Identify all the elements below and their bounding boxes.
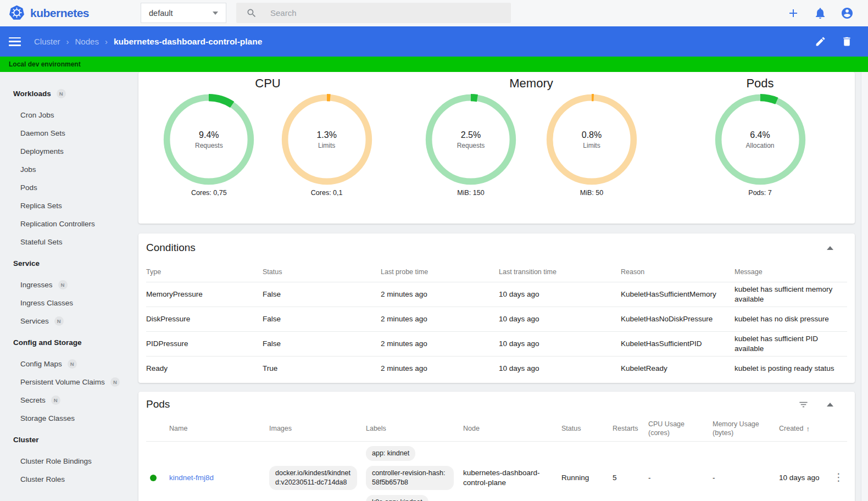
content-area: CPU 9.4% Requests Cores: 0,75 [136,72,868,501]
user-avatar-icon[interactable] [841,7,854,20]
kubernetes-helm-icon [9,5,25,21]
sidebar-section-cluster: Cluster [0,431,136,449]
table-row: DiskPressureFalse 2 minutes ago10 days a… [146,307,847,331]
sidebar-item-config-maps[interactable]: Config Maps N [0,355,136,373]
collapse-section-icon[interactable] [827,403,833,407]
pods-chart-group: Pods 6.4% Allocation Pods: 7 [665,76,855,224]
cpu-chart-group: CPU 9.4% Requests Cores: 0,75 [138,76,397,224]
pods-title: Pods [146,398,170,410]
chevron-right-icon: › [105,37,108,46]
sidebar-item-daemon-sets[interactable]: Daemon Sets [0,124,136,142]
label-chip: controller-revision-hash: 58f5b657b8 [366,466,454,490]
memory-chart-group: Memory 2.5% Requests MiB: 150 [397,76,665,224]
conditions-title: Conditions [146,242,196,254]
sidebar-item-replication-controllers[interactable]: Replication Controllers [0,215,136,233]
notifications-bell-icon[interactable] [814,7,827,20]
sidebar-nav: Workloads N Cron Jobs Daemon Sets Deploy… [0,72,136,501]
sidebar-item-jobs[interactable]: Jobs [0,160,136,179]
sidebar-item-secrets[interactable]: Secrets N [0,391,136,409]
search-bar [236,3,511,23]
pods-chart-title: Pods [665,76,855,93]
namespaced-badge: N [68,359,77,369]
pod-name-link[interactable]: kindnet-fmj8d [169,473,214,483]
cpu-chart-title: CPU [138,76,397,93]
delete-trash-icon[interactable] [841,36,853,47]
namespaced-badge: N [58,280,68,290]
pod-restarts: 5 [613,446,648,501]
sidebar-item-storage-classes[interactable]: Storage Classes [0,409,136,427]
table-row: PIDPressureFalse 2 minutes ago10 days ag… [146,331,847,356]
table-row[interactable]: kindnet-fmj8d docker.io/kindest/kindnetd… [146,441,847,501]
label-chip: k8s-app: kindnet [366,495,429,501]
pods-allocation-donut: 6.4% Allocation Pods: 7 [713,94,808,224]
sidebar-section-workloads: Workloads N [0,85,136,103]
row-actions-kebab-icon[interactable]: ⋮ [833,471,844,485]
page-title: kubernetes-dashboard-control-plane [114,37,262,47]
conditions-table-header: TypeStatus Last probe timeLast transitio… [146,262,847,282]
pods-table-header: Name Images Labels Node Status Restarts … [146,417,847,441]
brand-title: kubernetes [30,7,89,20]
chevron-right-icon: › [66,37,69,46]
status-column-header [146,417,169,441]
sidebar-item-stateful-sets[interactable]: Stateful Sets [0,233,136,251]
sidebar-item-cluster-role-bindings[interactable]: Cluster Role Bindings [0,452,136,470]
add-resource-icon[interactable] [787,7,800,20]
sidebar-section-config-storage: Config and Storage [0,333,136,352]
pod-node: kubernetes-dashboard-control-plane [463,446,561,501]
namespace-selector[interactable]: default [141,3,226,23]
sidebar-item-services[interactable]: Services N [0,312,136,330]
namespaced-badge: N [57,89,66,98]
conditions-card: Conditions TypeStatus Last probe timeLas… [138,233,855,383]
scrollbar[interactable] [861,72,868,501]
pods-card: Pods Name Images Labels Node Status Rest… [138,392,855,501]
namespaced-badge: N [51,396,60,405]
sidebar-section-service: Service [0,254,136,272]
pod-cpu-usage: - [648,446,713,501]
search-input[interactable] [270,8,479,18]
environment-banner: Local dev environment [0,57,868,72]
sidebar-item-pods[interactable]: Pods [0,179,136,197]
sidebar-item-cron-jobs[interactable]: Cron Jobs [0,106,136,124]
table-row: MemoryPressureFalse 2 minutes ago10 days… [146,282,847,307]
pod-memory-usage: - [713,446,779,501]
breadcrumb: Cluster › Nodes › kubernetes-dashboard-c… [34,37,262,47]
sidebar-item-persistent-volume-claims[interactable]: Persistent Volume Claims N [0,373,136,391]
filter-list-icon[interactable] [798,399,809,410]
sidebar-item-ingresses[interactable]: Ingresses N [0,276,136,294]
namespaced-badge: N [110,377,120,387]
sidebar-item-ingress-classes[interactable]: Ingress Classes [0,294,136,312]
breadcrumb-cluster[interactable]: Cluster [34,37,60,46]
namespace-value: default [149,9,213,18]
breadcrumb-nodes[interactable]: Nodes [75,37,99,46]
breadcrumb-bar: Cluster › Nodes › kubernetes-dashboard-c… [0,26,868,57]
top-app-bar: kubernetes default [0,0,868,26]
cpu-requests-donut: 9.4% Requests Cores: 0,75 [162,94,256,224]
chevron-down-icon [213,12,218,15]
pod-status: Running [561,446,613,501]
sidebar-item-replica-sets[interactable]: Replica Sets [0,197,136,215]
collapse-section-icon[interactable] [827,246,833,250]
sidebar-item-deployments[interactable]: Deployments [0,142,136,160]
pod-created: 10 days ago [779,446,827,501]
sort-ascending-icon: ↑ [806,425,810,433]
label-chip: app: kindnet [366,446,415,461]
sidebar-item-cluster-roles[interactable]: Cluster Roles [0,470,136,488]
pod-status-dot [150,475,157,481]
image-chip: docker.io/kindest/kindnetd:v20230511-dc7… [269,466,357,490]
namespaced-badge: N [54,316,64,326]
memory-requests-donut: 2.5% Requests MiB: 150 [424,94,518,224]
search-icon [246,8,257,19]
menu-hamburger-icon[interactable] [9,37,21,46]
cpu-limits-donut: 1.3% Limits Cores: 0,1 [280,94,374,224]
memory-chart-title: Memory [397,76,665,93]
table-row: ReadyTrue 2 minutes ago10 days ago Kubel… [146,356,847,381]
memory-limits-donut: 0.8% Limits MiB: 50 [544,94,639,224]
edit-pencil-icon[interactable] [815,36,826,47]
allocation-charts-card: CPU 9.4% Requests Cores: 0,75 [138,72,855,224]
kubernetes-logo[interactable]: kubernetes [9,5,89,21]
